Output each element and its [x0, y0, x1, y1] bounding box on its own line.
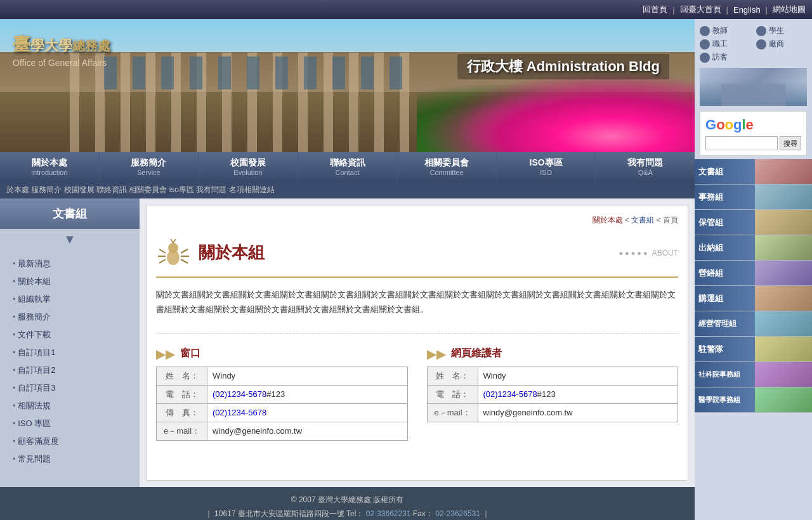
nav-item-service[interactable]: 服務簡介 [13, 308, 127, 326]
nav-link-news[interactable]: 最新消息 [18, 259, 51, 268]
footer-tel-link[interactable]: 02-33662231 [366, 509, 411, 518]
svg-line-5 [181, 249, 188, 253]
nav-link-custom1[interactable]: 自訂項目1 [18, 348, 55, 357]
svg-point-1 [167, 250, 180, 265]
webmaster-tel-link[interactable]: (02)1234-5678 [483, 389, 537, 399]
nav-committee[interactable]: 相關委員會 Committee [397, 152, 497, 181]
right-nav-cazu[interactable]: 出納組 [695, 235, 812, 261]
webmaster-tel-label: 電 話： [427, 385, 478, 403]
nav-link-custom3[interactable]: 自訂項目3 [18, 383, 55, 393]
nav-iso[interactable]: ISO專區 ISO [497, 152, 596, 181]
user-link-staff[interactable]: 職工 [700, 39, 751, 49]
teacher-label: 教師 [712, 25, 728, 36]
window-contact-header: ▶▶ 窗口 [156, 346, 408, 361]
user-link-visitor[interactable]: 訪客 [700, 52, 751, 63]
nav-item-faq[interactable]: 常見問題 [13, 450, 127, 468]
svg-line-8 [171, 239, 173, 243]
sitemap-link[interactable]: 網站地圖 [773, 4, 806, 15]
nav-link-service[interactable]: 服務簡介 [18, 312, 51, 322]
nav-evolution-label: 校園發展 [202, 157, 294, 169]
window-arrow-icon: ▶▶ [156, 346, 175, 361]
nav-link-org[interactable]: 組織執掌 [18, 294, 51, 304]
footer-separator-right: ｜ [482, 509, 490, 518]
nav-item-download[interactable]: 文件下載 [13, 326, 127, 344]
nav-item-iso[interactable]: ISO 專區 [13, 415, 127, 432]
window-fax-link[interactable]: (02)1234-5678 [213, 408, 266, 417]
user-link-vendor[interactable]: 廠商 [756, 39, 808, 49]
nav-service-sub: Service [103, 169, 195, 176]
nav-item-custom2[interactable]: 自訂項目2 [13, 361, 127, 379]
nav-iso-label: ISO專區 [500, 157, 593, 169]
breadcrumb-subsection-link[interactable]: 文書組 [631, 216, 654, 224]
top-bar: 回首頁 | 回臺大首頁 | English | 網站地圖 [0, 0, 812, 19]
right-nav-swzu[interactable]: 事務組 [695, 185, 812, 210]
nav-item-satisfaction[interactable]: 顧客滿意度 [13, 432, 127, 450]
ykzu-image [755, 362, 812, 387]
footer-fax-link[interactable]: 02-23626531 [435, 509, 480, 518]
nav-contact-sub: Contact [301, 169, 394, 176]
nav-item-org[interactable]: 組織執掌 [13, 290, 127, 308]
user-link-teacher[interactable]: 教師 [700, 25, 751, 36]
right-nav-ykzu[interactable]: 社科院事務組 [695, 362, 812, 387]
window-name-value: Windy [207, 367, 408, 385]
nav-contact[interactable]: 聯絡資訊 Contact [298, 152, 398, 181]
ntu-home-link[interactable]: 回臺大首頁 [680, 4, 721, 15]
person-icon-teacher [700, 26, 710, 36]
nav-link-satisfaction[interactable]: 顧客滿意度 [18, 436, 59, 446]
english-link[interactable]: English [733, 5, 761, 15]
breadcrumb-sep1: < [625, 216, 631, 224]
right-nav-glzu[interactable]: 購運組 [695, 286, 812, 311]
window-tel-link[interactable]: (02)1234-5678 [213, 389, 266, 399]
window-fax-label: 傳 真： [157, 403, 207, 422]
nav-item-custom1[interactable]: 自訂項目1 [13, 344, 127, 361]
nav-qa-label: 我有問題 [599, 157, 691, 169]
page-breadcrumb: 關於本處 < 文書組 < 首頁 [156, 215, 678, 226]
nav-item-about[interactable]: 關於本組 [13, 273, 127, 290]
user-link-student[interactable]: 學生 [756, 25, 808, 36]
right-nav-sszu[interactable]: 醫學院事務組 [695, 387, 812, 413]
breadcrumb-scroll-bar: 於本處 服務簡介 校園發展 聯絡資訊 相關委員會 iso專區 我有問題 名項相關… [0, 181, 695, 198]
nav-qa[interactable]: 我有問題 Q&A [596, 152, 695, 181]
breadcrumb-home-link[interactable]: 首頁 [663, 216, 678, 224]
nav-item-custom3[interactable]: 自訂項目3 [13, 379, 127, 397]
banner: 臺學大學總務處 Office of General Affairs 行政大樓 A… [0, 19, 695, 152]
footer-fax-label: Fax： [413, 509, 433, 518]
person-icon-staff [700, 39, 710, 49]
table-row: e－mail： windy@geneinfo.com.tw [427, 403, 678, 422]
nav-evolution-sub: Evolution [202, 169, 294, 176]
right-nav-list: 文書組 事務組 保管組 出納組 營繕組 購運組 [695, 159, 812, 520]
nav-link-download[interactable]: 文件下載 [18, 330, 51, 339]
nav-iso-sub: ISO [500, 169, 593, 176]
staff-label: 職工 [712, 39, 728, 49]
nav-evolution[interactable]: 校園發展 Evolution [199, 152, 298, 181]
swzu-image [755, 185, 812, 209]
nav-link-iso[interactable]: ISO 專區 [18, 419, 51, 428]
nav-link-law[interactable]: 相關法規 [18, 401, 51, 410]
sep1: | [672, 5, 674, 15]
nav-qa-sub: Q&A [599, 169, 691, 176]
table-row: 電 話： (02)1234-5678#123 [427, 385, 678, 403]
right-nav-wnzu[interactable]: 文書組 [695, 159, 812, 185]
table-row: 電 話： (02)1234-5678#123 [157, 385, 408, 403]
webmaster-tel-suffix: #123 [537, 389, 556, 399]
right-nav-mgzu[interactable]: 經營管理組 [695, 311, 812, 337]
nav-link-custom2[interactable]: 自訂項目2 [18, 365, 55, 375]
nav-link-about[interactable]: 關於本組 [18, 276, 51, 286]
footer-tel-label: Tel： [346, 509, 363, 518]
right-nav-bgzu[interactable]: 保管組 [695, 210, 812, 235]
breadcrumb-section-link[interactable]: 關於本處 [593, 216, 623, 224]
window-tel-label: 電 話： [157, 385, 207, 403]
nav-item-law[interactable]: 相關法規 [13, 397, 127, 415]
nav-link-faq[interactable]: 常見問題 [18, 454, 51, 464]
left-nav: 文書組 ▼ 最新消息 關於本組 組織執掌 服務簡介 文件下載 自訂項目1 自訂項… [0, 198, 140, 487]
nav-item-news[interactable]: 最新消息 [13, 255, 127, 273]
google-search-button[interactable]: 搜尋 [780, 136, 801, 150]
right-nav-ynzu[interactable]: 營繕組 [695, 261, 812, 286]
right-nav-jjzu[interactable]: 駐警隊 [695, 337, 812, 362]
home-link[interactable]: 回首頁 [643, 4, 667, 15]
window-contact-title: 窗口 [180, 347, 200, 360]
sep3: | [766, 5, 768, 15]
nav-introduction[interactable]: 關於本處 Introduction [0, 152, 100, 181]
google-search-input[interactable] [705, 136, 778, 150]
nav-service[interactable]: 服務簡介 Service [100, 152, 199, 181]
